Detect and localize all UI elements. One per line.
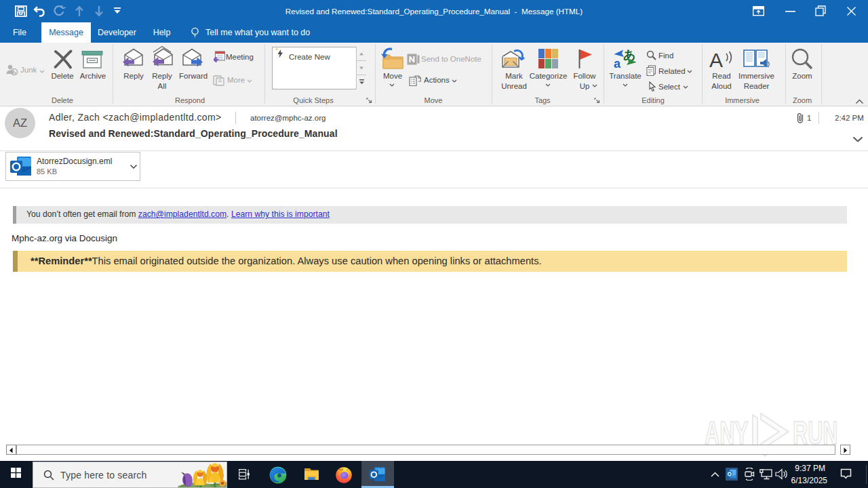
svg-text:a: a	[614, 57, 621, 70]
svg-text:A: A	[709, 49, 723, 70]
